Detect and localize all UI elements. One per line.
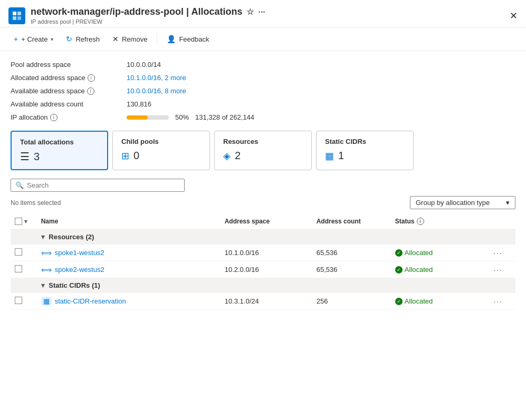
select-all-checkbox[interactable] [15,218,22,225]
available-address-space-value: 10.0.0.0/16, 8 more [127,86,515,96]
summary-cards: Total allocations ☰ 3 Child pools ⊞ 0 Re… [11,131,515,170]
child-pools-card[interactable]: Child pools ⊞ 0 [112,131,210,170]
static-cidrs-card[interactable]: Static CIDRs ▦ 1 [316,131,414,170]
search-icon: 🔍 [15,181,24,189]
refresh-label: Refresh [75,35,100,43]
static-cidrs-group-expand[interactable] [11,278,37,293]
child-pools-icon: ⊞ [121,150,129,162]
create-button[interactable]: + + Create ▾ [8,32,59,46]
create-icon: + [14,35,18,43]
row-3-address: 10.3.1.0/24 [221,293,312,310]
more-options-button[interactable]: ··· [258,7,265,17]
row-2-address: 10.2.0.0/16 [221,261,312,278]
row-1-actions[interactable]: ··· [489,245,515,261]
title-bar: network-manager/ip-address-pool | Alloca… [0,0,526,27]
allocated-address-space-link[interactable]: 10.1.0.0/16, 2 more [127,74,186,82]
available-address-space-label: Available address space i [11,86,127,96]
select-all-header: ▾ [11,213,37,230]
row-2-link[interactable]: spoke2-westus2 [55,266,104,274]
total-allocations-title: Total allocations [20,138,99,146]
total-allocations-card[interactable]: Total allocations ☰ 3 [11,131,108,170]
static-cidrs-group-label[interactable]: ▾ Static CIDRs (1) [37,278,515,293]
status-info-icon[interactable]: i [417,218,424,225]
row-1-checkbox[interactable] [15,248,22,256]
ip-allocation-value: 50% 131,328 of 262,144 [127,112,515,122]
favorite-button[interactable]: ☆ [246,7,254,17]
static-cidrs-toggle-icon[interactable]: ▾ [41,281,45,289]
row-3-context-menu[interactable]: ··· [493,297,503,306]
total-allocations-content: ☰ 3 [20,150,99,163]
search-input[interactable] [27,181,180,189]
resources-toggle-icon[interactable]: ▾ [41,233,45,241]
resources-content: ◈ 2 [223,150,303,162]
available-address-count-label: Available address count [11,99,127,109]
allocation-count: 131,328 of 262,144 [195,113,254,121]
allocated-address-space-value: 10.1.0.0/16, 2 more [127,73,515,83]
group-by-label: Group by allocation type [416,199,490,207]
row-1-context-menu[interactable]: ··· [493,249,503,257]
row-1-link[interactable]: spoke1-westus2 [55,249,104,257]
allocated-status-icon [395,266,403,274]
remove-button[interactable]: ✕ Remove [107,32,152,46]
row-3-actions[interactable]: ··· [489,293,515,310]
close-button[interactable]: ✕ [510,10,518,22]
available-address-space-link[interactable]: 10.0.0.0/16, 8 more [127,87,186,95]
child-pools-content: ⊞ 0 [121,150,201,162]
title-text-group: network-manager/ip-address-pool | Alloca… [31,6,505,25]
row-3-link[interactable]: static-CIDR-reservation [55,297,126,305]
svg-rect-2 [13,16,16,20]
row-2-context-menu[interactable]: ··· [493,266,503,274]
list-icon: ☰ [20,150,30,163]
pool-address-space-label: Pool address space [11,60,127,70]
refresh-icon: ↻ [66,35,72,43]
table-controls: No items selected Group by allocation ty… [11,196,515,209]
address-space-column-header[interactable]: Address space [221,213,312,230]
status-column-header[interactable]: Status i [391,213,489,230]
info-grid: Pool address space 10.0.0.0/14 Allocated… [11,60,515,122]
total-allocations-count: 3 [34,151,40,163]
collapse-all-icon[interactable]: ▾ [24,218,27,225]
svg-rect-0 [13,12,16,15]
main-content: Pool address space 10.0.0.0/14 Allocated… [0,51,526,413]
child-pools-title: Child pools [121,138,201,145]
table-row: ▦ static-CIDR-reservation 10.3.1.0/24 25… [11,293,515,310]
resources-group-expand[interactable] [11,230,37,245]
available-address-count-value: 130,816 [127,99,515,109]
row-checkbox-cell [11,245,37,261]
title-label: network-manager/ip-address-pool | Alloca… [31,6,242,17]
page-subtitle: IP address pool | PREVIEW [31,18,505,25]
allocation-progress-bar-fill [127,115,148,120]
ip-allocation-label: IP allocation i [11,112,127,122]
row-checkbox-cell [11,261,37,278]
name-column-header[interactable]: Name [37,213,221,230]
row-1-status: Allocated [391,245,489,261]
actions-column-header [489,213,515,230]
row-1-count: 65,536 [312,245,391,261]
static-cidrs-content: ▦ 1 [325,150,405,162]
available-address-space-info-icon[interactable]: i [87,87,94,95]
row-3-count: 256 [312,293,391,310]
allocated-status-icon [395,249,403,257]
table-row: ⟺ spoke2-westus2 10.2.0.0/16 65,536 Allo… [11,261,515,278]
row-2-status: Allocated [391,261,489,278]
row-2-actions[interactable]: ··· [489,261,515,278]
resource-icon: ⟺ [41,266,52,274]
static-cidrs-group-header: ▾ Static CIDRs (1) [11,278,515,293]
group-by-dropdown[interactable]: Group by allocation type ▾ [410,196,515,209]
ip-allocation-info-icon[interactable]: i [50,114,58,121]
create-label: + Create [21,35,47,43]
address-count-column-header[interactable]: Address count [312,213,391,230]
resources-group-label[interactable]: ▾ Resources (2) [37,230,515,245]
row-2-count: 65,536 [312,261,391,278]
refresh-button[interactable]: ↻ Refresh [61,32,105,46]
allocated-address-space-info-icon[interactable]: i [88,74,95,82]
row-3-checkbox[interactable] [15,297,22,304]
search-bar[interactable]: 🔍 [11,179,185,192]
static-cidr-icon: ▦ [41,297,52,306]
row-2-checkbox[interactable] [15,265,22,272]
feedback-button[interactable]: 👤 Feedback [161,32,214,46]
resource-icon: ⟺ [41,249,52,257]
row-2-name: ⟺ spoke2-westus2 [37,261,221,278]
resources-card[interactable]: Resources ◈ 2 [214,131,312,170]
toolbar-separator [157,33,157,45]
